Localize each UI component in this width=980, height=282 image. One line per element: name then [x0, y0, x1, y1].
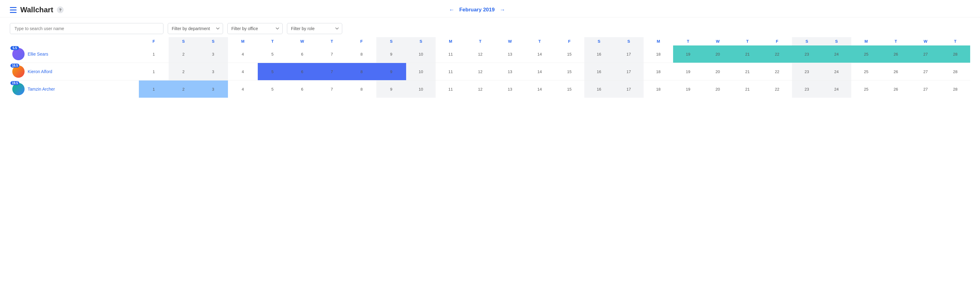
day-cell[interactable]: 3 — [198, 63, 228, 80]
day-cell[interactable]: 13 — [495, 45, 525, 63]
day-cell[interactable]: 7 — [317, 45, 347, 63]
day-cell[interactable]: 23 — [792, 63, 822, 80]
department-filter[interactable]: Filter by department — [168, 23, 223, 34]
day-cell[interactable]: 22 — [762, 45, 792, 63]
day-cell[interactable]: 25 — [851, 63, 881, 80]
day-cell[interactable]: 21 — [733, 80, 762, 98]
day-cell[interactable]: 9 — [376, 45, 406, 63]
day-cell[interactable]: 16 — [584, 45, 614, 63]
search-input[interactable] — [10, 23, 164, 34]
day-cell[interactable]: 24 — [822, 63, 851, 80]
day-cell[interactable]: 2 — [169, 63, 199, 80]
day-cell[interactable]: 12 — [465, 80, 495, 98]
day-cell[interactable]: 21 — [733, 63, 762, 80]
day-cell[interactable]: 11 — [436, 63, 465, 80]
day-cell[interactable]: 15 — [555, 80, 584, 98]
day-cell[interactable]: 17 — [614, 63, 644, 80]
day-cell[interactable]: 18 — [644, 63, 673, 80]
day-cell[interactable]: 18 — [644, 80, 673, 98]
day-cell[interactable]: 6 — [287, 63, 317, 80]
next-month-button[interactable]: → — [500, 7, 505, 13]
day-cell[interactable]: 13 — [495, 63, 525, 80]
user-name-link[interactable]: Ellie Sears — [28, 52, 48, 57]
day-cell[interactable]: 15 — [555, 63, 584, 80]
day-cell[interactable]: 4 — [228, 45, 258, 63]
day-cell[interactable]: 5 — [258, 63, 288, 80]
day-cell[interactable]: 15 — [555, 45, 584, 63]
day-cell[interactable]: 1 — [139, 45, 169, 63]
day-cell[interactable]: 26 — [881, 63, 911, 80]
day-cell[interactable]: 25 — [851, 45, 881, 63]
day-cell[interactable]: 10 — [406, 80, 436, 98]
day-cell[interactable]: 8 — [347, 45, 377, 63]
day-cell[interactable]: 10 — [406, 63, 436, 80]
day-header-18: M — [644, 37, 673, 45]
user-col-header — [10, 37, 139, 45]
day-cell[interactable]: 24 — [822, 45, 851, 63]
day-cell[interactable]: 26 — [881, 80, 911, 98]
day-cell[interactable]: 16 — [584, 80, 614, 98]
day-cell[interactable]: 6 — [287, 45, 317, 63]
day-cell[interactable]: 5 — [258, 45, 288, 63]
day-cell[interactable]: 27 — [910, 63, 940, 80]
day-cell[interactable]: 12 — [465, 45, 495, 63]
day-cell[interactable]: 20 — [703, 63, 733, 80]
day-cell[interactable]: 27 — [910, 45, 940, 63]
day-cell[interactable]: 11 — [436, 80, 465, 98]
prev-month-button[interactable]: ← — [449, 7, 454, 13]
menu-icon[interactable] — [10, 7, 17, 13]
user-name-link[interactable]: Kieron Alford — [28, 69, 52, 74]
day-cell[interactable]: 8 — [347, 63, 377, 80]
day-cell[interactable]: 2 — [169, 45, 199, 63]
day-cell[interactable]: 26 — [881, 45, 911, 63]
day-cell[interactable]: 1 — [139, 63, 169, 80]
day-cell[interactable]: 28 — [940, 80, 970, 98]
day-cell[interactable]: 4 — [228, 80, 258, 98]
day-cell[interactable]: 14 — [525, 80, 555, 98]
day-cell[interactable]: 1 — [139, 80, 169, 98]
day-cell[interactable]: 7 — [317, 63, 347, 80]
day-cell[interactable]: 19 — [673, 45, 703, 63]
day-cell[interactable]: 3 — [198, 80, 228, 98]
day-header-7: T — [317, 37, 347, 45]
day-cell[interactable]: 3 — [198, 45, 228, 63]
day-cell[interactable]: 19 — [673, 63, 703, 80]
day-cell[interactable]: 23 — [792, 45, 822, 63]
day-cell[interactable]: 13 — [495, 80, 525, 98]
day-cell[interactable]: 28 — [940, 63, 970, 80]
day-cell[interactable]: 8 — [347, 80, 377, 98]
day-cell[interactable]: 22 — [762, 80, 792, 98]
day-cell[interactable]: 7 — [317, 80, 347, 98]
day-cell[interactable]: 17 — [614, 80, 644, 98]
day-cell[interactable]: 9 — [376, 80, 406, 98]
day-cell[interactable]: 22 — [762, 63, 792, 80]
day-cell[interactable]: 10 — [406, 45, 436, 63]
day-cell[interactable]: 11 — [436, 45, 465, 63]
day-cell[interactable]: 20 — [703, 45, 733, 63]
day-cell[interactable]: 18 — [644, 45, 673, 63]
day-cell[interactable]: 27 — [910, 80, 940, 98]
day-cell[interactable]: 17 — [614, 45, 644, 63]
day-cell[interactable]: 16 — [584, 63, 614, 80]
day-cell[interactable]: 20 — [703, 80, 733, 98]
help-icon[interactable]: ? — [57, 6, 64, 13]
day-cell[interactable]: 23 — [792, 80, 822, 98]
day-cell[interactable]: 24 — [822, 80, 851, 98]
day-cell[interactable]: 5 — [258, 80, 288, 98]
day-cell[interactable]: 14 — [525, 63, 555, 80]
calendar-table: FSSMTWTFSSMTWTFSSMTWTFSSMTWT 5.5 Ellie S… — [10, 37, 970, 98]
role-filter[interactable]: Filter by role — [287, 23, 342, 34]
day-cell[interactable]: 25 — [851, 80, 881, 98]
day-cell[interactable]: 9 — [376, 63, 406, 80]
day-cell[interactable]: 6 — [287, 80, 317, 98]
day-cell[interactable]: 28 — [940, 45, 970, 63]
day-cell[interactable]: 21 — [733, 45, 762, 63]
day-cell[interactable]: 14 — [525, 45, 555, 63]
day-cell[interactable]: 2 — [169, 80, 199, 98]
office-filter[interactable]: Filter by office — [228, 23, 283, 34]
user-name-link[interactable]: Tamzin Archer — [28, 87, 55, 92]
day-cell[interactable]: 12 — [465, 63, 495, 80]
user-cell-tamzin-archer: 19.5 Tamzin Archer — [10, 80, 139, 98]
day-cell[interactable]: 19 — [673, 80, 703, 98]
day-cell[interactable]: 4 — [228, 63, 258, 80]
